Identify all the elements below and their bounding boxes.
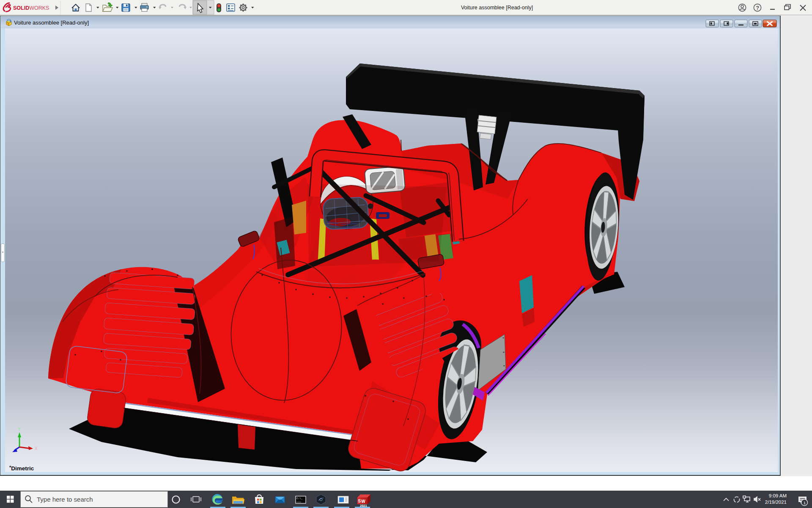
svg-text:C:\_: C:\_ xyxy=(296,497,303,500)
svg-text:1: 1 xyxy=(804,500,806,505)
svg-text:SOLIDWORKS: SOLIDWORKS xyxy=(13,5,49,11)
svg-text:?: ? xyxy=(756,5,759,11)
svg-text:SW: SW xyxy=(358,499,366,504)
